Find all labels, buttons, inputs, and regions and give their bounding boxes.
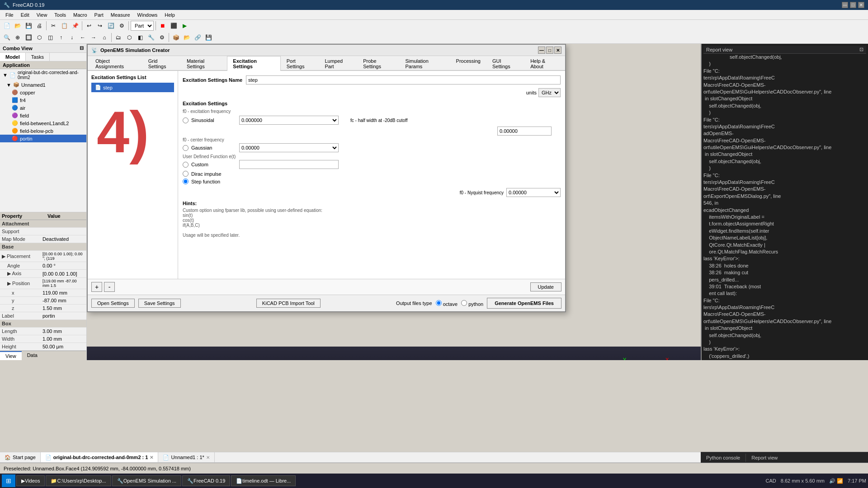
tab-gui-settings[interactable]: GUI Settings (486, 56, 524, 71)
tab-tasks[interactable]: Tasks (26, 53, 50, 61)
tb-settings[interactable]: ⚙ (117, 21, 127, 31)
menu-macro[interactable]: Macro (70, 11, 91, 19)
tb-extra2[interactable]: 📂 (182, 33, 192, 42)
dialog-maximize[interactable]: □ (546, 47, 553, 54)
bottom-tab-data[interactable]: Data (22, 351, 43, 360)
radio-gaussian[interactable] (183, 145, 189, 151)
viewport-3d[interactable]: X Y Z (87, 347, 701, 360)
fc-input[interactable] (497, 127, 552, 136)
menu-help[interactable]: Help (161, 11, 179, 19)
radio-python[interactable] (461, 300, 467, 306)
tb-paste[interactable]: 📌 (70, 21, 80, 31)
settings-name-input[interactable] (246, 75, 561, 84)
tb-view5[interactable]: ◫ (45, 33, 55, 42)
tree-item-field-between[interactable]: 🟡 field-betweenL1andL2 (0, 119, 86, 127)
dialog-minimize[interactable]: — (538, 47, 545, 54)
kicad-import-btn[interactable]: KiCAD PCB Import Tool (256, 299, 321, 308)
tb-cut[interactable]: ✂ (48, 21, 58, 31)
tb-play[interactable]: ▶ (179, 21, 189, 31)
taskbar-freecad[interactable]: 🔧 FreeCAD 0.19 (182, 475, 230, 486)
tb-redo[interactable]: ↪ (95, 21, 105, 31)
taskbar-libreoffice[interactable]: 📄 timeline.odt — Libre... (231, 475, 296, 486)
f0-nyquist-dropdown[interactable]: 0.00000 (506, 188, 561, 197)
tree-item-air[interactable]: 🔵 air (0, 104, 86, 112)
tb-copy[interactable]: 📋 (59, 21, 69, 31)
f0-freq-dropdown[interactable]: 0.000000 (239, 116, 339, 125)
tab-close-unnamed1[interactable]: ✕ (206, 455, 210, 460)
tb-view7[interactable]: ↓ (67, 33, 77, 42)
menu-file[interactable]: File (2, 11, 17, 19)
tb-view3[interactable]: 🔲 (24, 33, 33, 42)
tb-3d[interactable]: 🗂 (113, 33, 123, 42)
report-view-tab[interactable]: Report view (746, 454, 783, 462)
add-excitation-btn[interactable]: + (91, 282, 102, 292)
tab-simulation-params[interactable]: Simulation Params (399, 56, 450, 71)
tab-close-original[interactable]: ✕ (150, 455, 153, 460)
tab-help[interactable]: Help & About (524, 56, 563, 71)
menu-tools[interactable]: Tools (51, 11, 70, 19)
tb-view8[interactable]: ← (78, 33, 88, 42)
taskbar-explorer[interactable]: 📁 C:\Users\rp\Desktop... (46, 475, 111, 486)
minimize-btn[interactable]: — (842, 2, 848, 8)
tb-open[interactable]: 📂 (13, 21, 23, 31)
tb-undo[interactable]: ↩ (84, 21, 94, 31)
tb-view1[interactable]: 🔍 (2, 33, 12, 42)
tree-item-fr4[interactable]: 🟦 fr4 (0, 96, 86, 104)
menu-windows[interactable]: Windows (134, 11, 161, 19)
tab-model[interactable]: Model (0, 53, 26, 61)
open-settings-btn[interactable]: Open Settings (91, 299, 135, 308)
tb-box[interactable]: ⬛ (169, 21, 179, 31)
radio-dirac[interactable] (183, 171, 189, 177)
dialog-close[interactable]: ✕ (554, 47, 561, 54)
bottom-tab-view[interactable]: View (0, 351, 22, 360)
radio-octave[interactable] (436, 300, 442, 306)
tree-item-field-below[interactable]: 🟠 field-below-pcb (0, 127, 86, 135)
tab-lumped-part[interactable]: Lumped Part (319, 56, 357, 71)
taskbar-videos[interactable]: ▶ Videos (16, 475, 45, 486)
menu-part[interactable]: Part (91, 11, 107, 19)
tree-item-original[interactable]: ▼ 📄 original-but-drc-corrected-and-0mm2 (0, 69, 86, 81)
user-def-input[interactable] (239, 160, 339, 169)
tb-part3[interactable]: 🔧 (146, 33, 156, 42)
python-console-tab[interactable]: Python console (701, 454, 746, 462)
tb-stop[interactable]: ⏹ (158, 21, 168, 31)
tb-refresh[interactable]: 🔄 (106, 21, 116, 31)
menu-measure[interactable]: Measure (107, 11, 134, 19)
tab-unnamed1[interactable]: 📄 Unnamed1 : 1* ✕ (158, 452, 214, 462)
tab-material-settings[interactable]: Material Settings (181, 56, 227, 71)
tb-view4[interactable]: ⬡ (34, 33, 44, 42)
tb-part1[interactable]: ⬡ (124, 33, 134, 42)
taskbar-openems[interactable]: 🔧 OpenEMS Simulation ... (112, 475, 181, 486)
tb-viewhome[interactable]: ⌂ (99, 33, 109, 42)
radio-custom[interactable] (183, 162, 189, 168)
units-select[interactable]: GHz MHz kHz (538, 88, 561, 97)
tree-item-unnamed1[interactable]: ▼ 📦 Unnamed1 (0, 81, 86, 89)
workbench-dropdown[interactable]: Part (131, 21, 154, 31)
combo-view-expand[interactable]: ⊟ (80, 45, 84, 51)
tab-original[interactable]: 📄 original-but-drc-corrected-and-0mm2 : … (41, 452, 159, 462)
tb-extra1[interactable]: 📦 (171, 33, 181, 42)
maximize-btn[interactable]: □ (850, 2, 856, 8)
tree-item-copper[interactable]: 🟤 copper (0, 89, 86, 96)
tree-item-portin[interactable]: 🔴 portin (0, 135, 86, 142)
tb-view9[interactable]: → (89, 33, 99, 42)
tab-start-page[interactable]: 🏠 Start page (0, 452, 41, 462)
tab-excitation-settings[interactable]: Excitation Settings (227, 56, 280, 71)
tb-extra4[interactable]: 💾 (203, 33, 213, 42)
remove-excitation-btn[interactable]: - (104, 282, 115, 292)
tab-object-assignments[interactable]: Object Assignments (90, 56, 142, 71)
tb-part2[interactable]: ◧ (135, 33, 145, 42)
excitation-item-step[interactable]: 📄 step (91, 83, 174, 92)
tb-view6[interactable]: ↑ (56, 33, 66, 42)
radio-step[interactable] (183, 178, 189, 184)
tb-save[interactable]: 💾 (24, 21, 33, 31)
tb-new[interactable]: 📄 (2, 21, 12, 31)
tb-part4[interactable]: ⚙ (157, 33, 167, 42)
radio-sinusoidal[interactable] (183, 117, 189, 123)
console-expand[interactable]: ⊡ (859, 47, 863, 52)
tab-port-settings[interactable]: Port Settings (281, 56, 319, 71)
tab-grid-settings[interactable]: Grid Settings (142, 56, 181, 71)
update-btn[interactable]: Update (530, 282, 561, 291)
tree-item-field[interactable]: 🟣 field (0, 112, 86, 119)
tb-extra3[interactable]: 🔗 (193, 33, 203, 42)
